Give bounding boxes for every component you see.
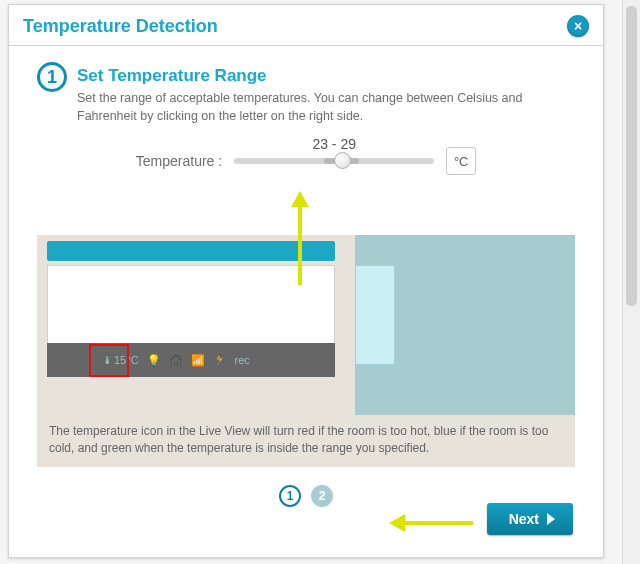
dialog-header: Temperature Detection × — [9, 5, 603, 46]
thermometer-icon: 🌡15°C — [102, 354, 139, 366]
step-title: Set Temperature Range — [77, 66, 575, 86]
slider-thumb[interactable] — [334, 152, 351, 169]
preview-side-shape — [355, 265, 395, 365]
scrollbar[interactable] — [622, 0, 640, 564]
rec-icon: rec — [235, 354, 250, 366]
headphones-icon: 🎧 — [169, 354, 183, 367]
next-button[interactable]: Next — [487, 503, 573, 535]
preview-toolbar: 🌡15°C 💡 🎧 📶 🏃 rec — [47, 343, 335, 377]
step-number-badge: 1 — [37, 62, 67, 92]
dialog-title: Temperature Detection — [23, 16, 218, 37]
motion-icon: 🏃 — [213, 354, 227, 367]
bulb-icon: 💡 — [147, 354, 161, 367]
pager-page-2[interactable]: 2 — [311, 485, 333, 507]
close-button[interactable]: × — [567, 15, 589, 37]
pager-page-1[interactable]: 1 — [279, 485, 301, 507]
slider-track — [234, 158, 434, 164]
step-description: Set the range of acceptable temperatures… — [77, 90, 575, 125]
temperature-slider[interactable]: 23 - 29 — [234, 158, 434, 164]
play-icon — [547, 513, 555, 525]
preview-caption: The temperature icon in the Live View wi… — [37, 415, 575, 467]
dialog-body: 1 Set Temperature Range Set the range of… — [9, 46, 603, 517]
unit-toggle-button[interactable]: °C — [446, 147, 476, 175]
annotation-arrow-next — [403, 521, 473, 525]
temperature-value: 23 - 29 — [234, 136, 434, 152]
step-header: 1 Set Temperature Range Set the range of… — [37, 62, 575, 125]
dialog: Temperature Detection × 1 Set Temperatur… — [8, 4, 604, 558]
scrollbar-thumb[interactable] — [626, 6, 637, 306]
next-button-label: Next — [509, 511, 539, 527]
temperature-label: Temperature : — [136, 153, 222, 169]
temperature-slider-row: Temperature : 23 - 29 °C — [37, 147, 575, 175]
close-icon: × — [574, 18, 582, 34]
temp-readout: 15°C — [114, 354, 139, 366]
signal-icon: 📶 — [191, 354, 205, 367]
preview-topbar — [47, 241, 335, 261]
preview-panel: 🌡15°C 💡 🎧 📶 🏃 rec — [37, 235, 575, 415]
